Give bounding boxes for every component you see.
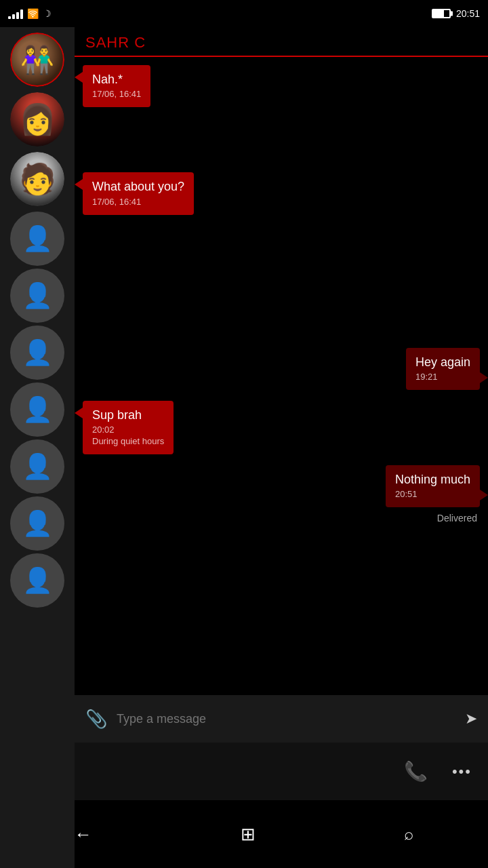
- sidebar-contact-9[interactable]: 👤: [10, 496, 64, 551]
- message-row-2: What about you? 17/06, 16:41: [83, 172, 480, 214]
- sidebar-contact-10[interactable]: 👤: [10, 553, 64, 608]
- message-bubble-5: Nothing much 20:51: [386, 465, 480, 507]
- message-text-3: Hey again: [415, 355, 470, 370]
- chat-area: SAHR C Nah.* 17/06, 16:41 What about you…: [75, 27, 488, 743]
- attach-button[interactable]: 📎: [83, 706, 110, 732]
- message-timestamp-4: 20:02: [92, 425, 164, 436]
- message-timestamp-5: 20:51: [395, 489, 470, 500]
- sidebar-contact-8[interactable]: 👤: [10, 439, 64, 494]
- message-text-5: Nothing much: [395, 472, 470, 488]
- home-button[interactable]: ⊞: [227, 818, 269, 850]
- message-row-5: Nothing much 20:51: [83, 465, 480, 507]
- message-row-4: Sup brah 20:02 During quiet hours: [83, 401, 480, 454]
- message-timestamp-1: 17/06, 16:41: [92, 89, 141, 100]
- status-right: 20:51: [432, 8, 480, 19]
- sidebar: 👤 👤 👤 👤 👤 👤 👤: [0, 27, 75, 868]
- message-bubble-3: Hey again 19:21: [406, 348, 480, 390]
- messages-container: Nah.* 17/06, 16:41 What about you? 17/06…: [75, 57, 488, 743]
- signal-icon: [8, 8, 23, 19]
- battery-icon: [432, 9, 451, 18]
- message-row-3: Hey again 19:21: [83, 348, 480, 390]
- send-button[interactable]: ➤: [462, 707, 480, 730]
- sidebar-contact-6[interactable]: 👤: [10, 326, 64, 380]
- message-input[interactable]: [117, 712, 455, 726]
- more-options-button[interactable]: •••: [452, 763, 472, 781]
- message-timestamp-2: 17/06, 16:41: [92, 197, 184, 208]
- wifi-icon: 🛜: [27, 8, 39, 19]
- chat-header: SAHR C: [75, 27, 488, 57]
- call-button[interactable]: 📞: [404, 760, 428, 783]
- search-button[interactable]: ⌕: [390, 819, 427, 849]
- status-time: 20:51: [456, 8, 480, 19]
- moon-icon: ☽: [43, 8, 52, 19]
- sidebar-contact-2[interactable]: [10, 92, 64, 146]
- input-bar: 📎 ➤: [75, 695, 488, 743]
- message-text-1: Nah.*: [92, 72, 141, 87]
- message-subtext-4: During quiet hours: [92, 436, 164, 448]
- sidebar-contact-7[interactable]: 👤: [10, 382, 64, 437]
- message-row-1: Nah.* 17/06, 16:41: [83, 65, 480, 107]
- sidebar-contact-3[interactable]: [10, 152, 64, 206]
- message-bubble-1: Nah.* 17/06, 16:41: [83, 65, 150, 107]
- message-bubble-4: Sup brah 20:02 During quiet hours: [83, 401, 174, 454]
- contact-name: SAHR C: [85, 34, 146, 51]
- delivered-label: Delivered: [83, 513, 480, 524]
- message-timestamp-3: 19:21: [415, 372, 470, 383]
- sidebar-contact-1[interactable]: [10, 33, 64, 87]
- bottom-action-bar: 📞 •••: [75, 743, 488, 800]
- message-text-2: What about you?: [92, 179, 184, 195]
- status-left: 🛜 ☽: [8, 8, 52, 19]
- message-bubble-2: What about you? 17/06, 16:41: [83, 172, 194, 214]
- sidebar-contact-4[interactable]: 👤: [10, 212, 64, 266]
- sidebar-contact-5[interactable]: 👤: [10, 269, 64, 323]
- message-text-4: Sup brah: [92, 408, 164, 423]
- status-bar: 🛜 ☽ 20:51: [0, 0, 488, 27]
